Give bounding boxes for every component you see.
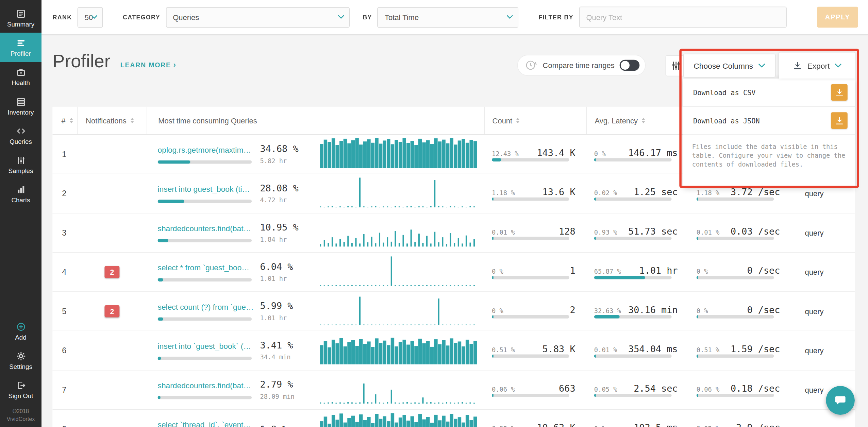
query-link[interactable]: select count (?) from `gue…	[158, 302, 260, 311]
export-menu-item-label: Download as CSV	[693, 88, 756, 96]
filter-by-label: FILTER BY	[538, 14, 573, 21]
by-select[interactable]: Total Time	[378, 7, 519, 27]
export-button[interactable]: Export	[779, 53, 855, 79]
sliders-icon	[670, 60, 682, 71]
metric-cell: 32.63 %30.16 min	[586, 304, 689, 318]
profiler-icon	[16, 38, 26, 48]
sidebar: SummaryProfilerHealthInventoryQueriesSam…	[0, 0, 41, 427]
notification-badge[interactable]: 2	[104, 305, 119, 318]
metric-value: 143.4 K	[537, 147, 575, 158]
row-number: 5	[53, 307, 78, 316]
compare-time-ranges-label: Compare time ranges	[543, 61, 615, 69]
query-text-input[interactable]	[579, 7, 786, 28]
compare-toggle[interactable]	[619, 60, 639, 71]
metric-value: 30.16 min	[628, 304, 678, 315]
apply-button[interactable]: APPLY	[817, 7, 858, 28]
sidebar-item-sign-out[interactable]: Sign Out	[0, 375, 41, 404]
sidebar-item-charts[interactable]: Charts	[0, 179, 41, 208]
metric-percent: 0 %	[697, 307, 708, 314]
sidebar-item-label: Charts	[11, 197, 30, 203]
page-title: Profiler	[53, 51, 111, 72]
choose-columns-label: Choose Columns	[694, 61, 753, 70]
metric-cell: 0 %1	[484, 265, 586, 279]
settings-icon	[16, 351, 26, 361]
query-stats: 1.8 %	[260, 424, 315, 427]
metric-value: 0 /sec	[747, 304, 780, 315]
metric-percent: 1.18 %	[492, 189, 515, 197]
metric-value: 13.6 K	[542, 187, 575, 197]
query-link[interactable]: select * from `guest_boo…	[158, 263, 260, 272]
sort-icon[interactable]	[69, 118, 73, 123]
metric-percent: 0 %	[594, 150, 606, 157]
query-cell: select count (?) from `gue… 5.99 % 1.01 …	[147, 294, 484, 328]
column-header-label: Notifications	[86, 116, 127, 124]
metric-value: 2.9 /sec	[736, 422, 780, 427]
query-cell: select * from `guest_boo… 6.04 % 1.01 hr	[147, 255, 484, 289]
sidebar-item-inventory[interactable]: Inventory	[0, 91, 41, 120]
metric-cell: 1.18 %13.6 K	[484, 187, 586, 201]
sort-icon[interactable]	[516, 118, 520, 123]
metric-percent: 12.43 %	[492, 150, 519, 157]
notification-badge[interactable]: 2	[104, 266, 119, 278]
sort-icon[interactable]	[130, 118, 134, 123]
category-select[interactable]: Queries	[166, 7, 349, 27]
query-left: shardedcounters.find(bat…	[158, 224, 260, 242]
column-header-avg-latency[interactable]: Avg. Latency	[586, 107, 689, 134]
notifications-cell: 2	[78, 305, 147, 318]
query-sparkline	[320, 255, 478, 286]
sidebar-item-settings[interactable]: Settings	[0, 346, 41, 375]
metric-cell: 0.06 %0.18 /sec	[689, 383, 791, 397]
metric-value: 10.62 K	[537, 422, 575, 427]
sidebar-item-queries[interactable]: Queries	[0, 121, 41, 150]
query-cell: shardedcounters.find(bat… 10.95 % 1.84 h…	[147, 216, 484, 250]
sidebar-item-summary[interactable]: Summary	[0, 3, 41, 33]
column-header-count[interactable]: Count	[484, 107, 586, 134]
metric-value: 1.59 /sec	[731, 344, 780, 354]
row-number: 3	[53, 228, 78, 237]
export-menu-item-download-as-json[interactable]: Download as JSON	[683, 107, 855, 135]
learn-more-link[interactable]: LEARN MORE›	[120, 60, 177, 69]
samples-icon	[16, 155, 26, 165]
sidebar-item-profiler[interactable]: Profiler	[0, 33, 41, 62]
sort-icon[interactable]	[641, 118, 645, 123]
query-type: query	[791, 229, 855, 237]
total-time-value: 1.01 hr	[260, 314, 315, 322]
query-link[interactable]: insert into `guest_book` (…	[158, 341, 260, 350]
sidebar-item-health[interactable]: Health	[0, 62, 41, 91]
metric-value: 1	[570, 265, 575, 276]
download-icon	[793, 61, 802, 70]
choose-columns-button[interactable]: Choose Columns	[683, 54, 776, 78]
column-header-num[interactable]: #	[53, 107, 78, 134]
total-time-percent: 28.08 %	[260, 183, 315, 193]
query-link[interactable]: shardedcounters.find(bat…	[158, 381, 260, 390]
metric-cell: 1.18 %3.72 /sec	[689, 187, 791, 201]
sidebar-item-add[interactable]: Add	[0, 316, 41, 345]
download-icon-button[interactable]	[831, 112, 848, 129]
metric-progress-bar	[492, 236, 569, 240]
query-left: select `thread_id`, `event…	[158, 420, 260, 427]
download-icon-button[interactable]	[831, 84, 848, 101]
sidebar-item-samples[interactable]: Samples	[0, 150, 41, 179]
metric-cell: 0.93 %51.73 sec	[586, 226, 689, 240]
query-link[interactable]: select `thread_id`, `event…	[158, 420, 260, 427]
query-left: oplog.rs.getmore(maxtim…	[158, 145, 260, 164]
sidebar-nav: SummaryProfilerHealthInventoryQueriesSam…	[0, 0, 41, 208]
metric-percent: 65.87 %	[594, 267, 621, 275]
copyright: ©2018 VividCortex	[0, 404, 41, 427]
table-row: 5 2 select count (?) from `gue… 5.99 % 1…	[53, 292, 855, 331]
query-link[interactable]: shardedcounters.find(bat…	[158, 224, 260, 233]
query-link[interactable]: insert into guest_book (ti…	[158, 184, 260, 193]
column-header-notifications[interactable]: Notifications	[78, 107, 147, 134]
rank-select[interactable]: 50	[78, 7, 103, 27]
chevron-down-icon	[835, 64, 841, 67]
query-link[interactable]: oplog.rs.getmore(maxtim…	[158, 145, 260, 154]
chat-button[interactable]	[826, 386, 855, 415]
metric-progress-bar	[594, 276, 672, 279]
table-row: 3 shardedcounters.find(bat… 10.95 % 1.84…	[53, 214, 855, 253]
metric-progress-bar	[697, 393, 774, 397]
metric-progress-bar	[697, 315, 774, 318]
export-menu-items: Download as CSVDownload as JSON	[683, 79, 855, 135]
metric-percent: 0 %	[594, 424, 606, 427]
column-header-label: Avg. Latency	[595, 116, 638, 124]
export-menu-item-download-as-csv[interactable]: Download as CSV	[683, 79, 855, 107]
